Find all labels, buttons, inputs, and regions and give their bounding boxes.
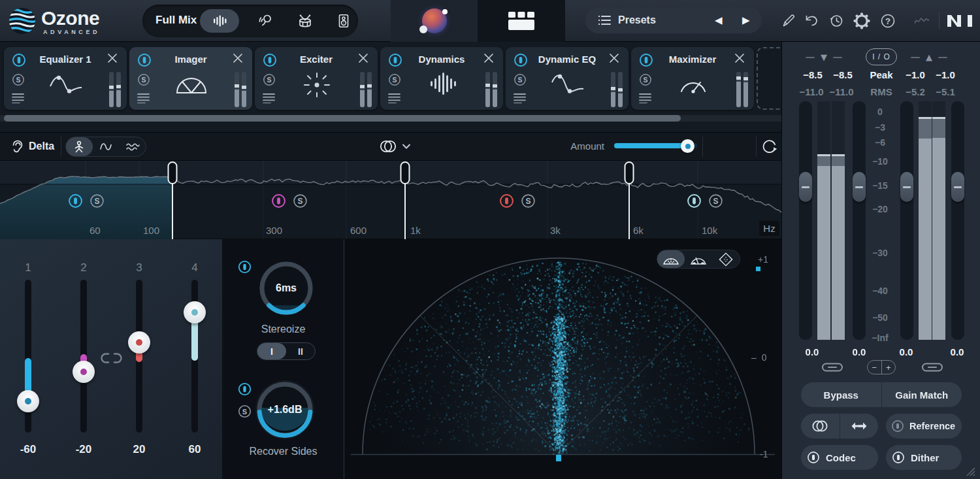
module-close-icon[interactable]	[107, 53, 118, 63]
recover-sides-knob[interactable]: +1.6dB	[251, 376, 319, 444]
crossover-spectrum[interactable]: Hz SSSS601003006001k3k6k10k	[0, 161, 781, 239]
mode-lissajous[interactable]	[712, 250, 740, 268]
chain-scrollbar-thumb[interactable]	[4, 115, 681, 122]
dither-power-icon[interactable]	[886, 445, 911, 470]
stereoize-mode-2[interactable]: II	[286, 343, 315, 359]
module-card-imager[interactable]: ImagerS	[129, 47, 252, 110]
link-sliders-icon[interactable]	[99, 352, 123, 365]
presets-bar[interactable]: Presets ◀ ▶	[585, 7, 762, 33]
band-2-slider-handle[interactable]	[73, 361, 95, 383]
stereoize-knob[interactable]: 6ms	[255, 257, 318, 320]
bypass-button[interactable]: Bypass	[801, 382, 881, 407]
module-solo-icon[interactable]: S	[639, 73, 652, 86]
reference-button[interactable]: Reference	[909, 414, 962, 438]
stereo-mode-dropdown[interactable]	[378, 139, 410, 154]
source-mode-vocal[interactable]	[247, 9, 286, 33]
input-gain-l-fader-track[interactable]	[799, 101, 812, 340]
module-close-icon[interactable]	[734, 53, 745, 63]
tab-master-assistant[interactable]	[391, 0, 478, 42]
input-gain-l-handle[interactable]	[799, 172, 812, 202]
stereoize-mode-toggle[interactable]: I II	[257, 342, 316, 360]
input-gain-r-fader-track[interactable]	[853, 101, 866, 340]
input-gain-link-icon[interactable]	[821, 361, 843, 373]
output-gain-r-handle[interactable]	[951, 172, 964, 202]
codec-power-icon[interactable]	[801, 445, 826, 470]
display-mode-sine-wave[interactable]	[93, 137, 120, 156]
help-icon[interactable]: ?	[879, 12, 896, 29]
reference-power-icon[interactable]	[886, 414, 909, 438]
module-close-icon[interactable]	[233, 53, 243, 63]
module-menu-icon[interactable]	[137, 93, 150, 103]
band-4-power-icon[interactable]	[687, 193, 702, 208]
module-menu-icon[interactable]	[12, 93, 24, 103]
io-toggle-button[interactable]: I / O	[866, 48, 897, 65]
stereoize-power-icon[interactable]	[238, 260, 252, 274]
band-1-slider-handle[interactable]	[17, 390, 39, 412]
tab-modules[interactable]	[478, 0, 565, 42]
source-label[interactable]: Full Mix	[155, 14, 197, 27]
module-card-dynamics[interactable]: DynamicsS	[380, 47, 503, 110]
output-gain-l-handle[interactable]	[900, 172, 913, 202]
settings-gear-icon[interactable]	[853, 12, 870, 29]
crossover-handle[interactable]	[625, 162, 634, 184]
source-mode-speaker[interactable]	[324, 9, 363, 33]
history-icon[interactable]	[828, 12, 845, 29]
channel-swap-button[interactable]	[840, 414, 879, 438]
display-mode-polar-figure[interactable]	[66, 137, 93, 156]
band-4-solo-icon[interactable]: S	[708, 193, 723, 208]
source-mode-drums[interactable]	[286, 9, 325, 33]
module-menu-icon[interactable]	[639, 93, 651, 103]
band-3-solo-icon[interactable]: S	[521, 193, 536, 208]
band-1-power-icon[interactable]	[68, 193, 83, 208]
stereo-circles-button[interactable]	[801, 414, 840, 438]
band-2-power-icon[interactable]	[271, 193, 286, 208]
vectorscope-display[interactable]	[344, 239, 781, 479]
zoom-out-button[interactable]: −	[868, 361, 882, 374]
output-gain-l-fader-track[interactable]	[900, 101, 913, 340]
mode-polar-level[interactable]	[685, 250, 712, 268]
module-menu-icon[interactable]	[388, 93, 400, 103]
band-1-solo-icon[interactable]: S	[90, 193, 105, 208]
recover-sides-solo-icon[interactable]: S	[238, 405, 252, 418]
preset-next-button[interactable]: ▶	[742, 14, 750, 26]
crossover-handle[interactable]	[401, 162, 410, 184]
mode-polar-sample[interactable]	[657, 250, 685, 268]
stereoize-mode-1[interactable]: I	[257, 343, 286, 359]
codec-button[interactable]: Codec	[826, 445, 878, 470]
output-gain-link-icon[interactable]	[921, 361, 943, 373]
recover-sides-power-icon[interactable]	[238, 382, 252, 396]
module-card-maximizer[interactable]: MaximizerS	[631, 47, 754, 110]
resize-grip[interactable]	[964, 466, 976, 476]
delta-label[interactable]: Delta	[29, 140, 54, 152]
add-module-slot[interactable]	[757, 47, 781, 110]
gain-match-button[interactable]: Gain Match	[882, 382, 962, 407]
module-menu-icon[interactable]	[514, 93, 526, 103]
pencil-icon[interactable]	[780, 12, 797, 29]
module-close-icon[interactable]	[358, 53, 368, 63]
module-solo-icon[interactable]: S	[388, 73, 401, 86]
module-card-equalizer-1[interactable]: Equalizer 1S	[4, 47, 127, 110]
reset-circular-arrow-icon[interactable]	[761, 139, 778, 156]
module-close-icon[interactable]	[483, 53, 494, 63]
module-solo-icon[interactable]: S	[12, 73, 25, 86]
crossover-handle[interactable]	[169, 162, 177, 184]
band-3-power-icon[interactable]	[499, 193, 514, 208]
band-2-solo-icon[interactable]: S	[293, 193, 308, 208]
display-mode-scribble-waves[interactable]	[119, 137, 146, 156]
preset-prev-button[interactable]: ◀	[715, 14, 723, 26]
module-solo-icon[interactable]: S	[514, 73, 527, 86]
input-gain-r-handle[interactable]	[853, 172, 866, 202]
module-card-dynamic-eq[interactable]: Dynamic EQS	[506, 47, 629, 110]
module-menu-icon[interactable]	[263, 93, 275, 103]
band-4-slider-handle[interactable]	[184, 301, 206, 323]
module-solo-icon[interactable]: S	[137, 73, 150, 86]
output-gain-r-fader-track[interactable]	[951, 101, 964, 340]
source-mode-waveform[interactable]	[200, 9, 239, 33]
freq-unit-badge[interactable]: Hz	[759, 221, 779, 236]
band-3-slider-handle[interactable]	[128, 331, 150, 354]
module-card-exciter[interactable]: ExciterS	[255, 47, 378, 110]
dither-button[interactable]: Dither	[911, 445, 962, 470]
output-gain-nudge[interactable]: ▲	[911, 52, 947, 62]
amount-slider-handle[interactable]	[681, 139, 694, 153]
module-solo-icon[interactable]: S	[263, 73, 276, 86]
